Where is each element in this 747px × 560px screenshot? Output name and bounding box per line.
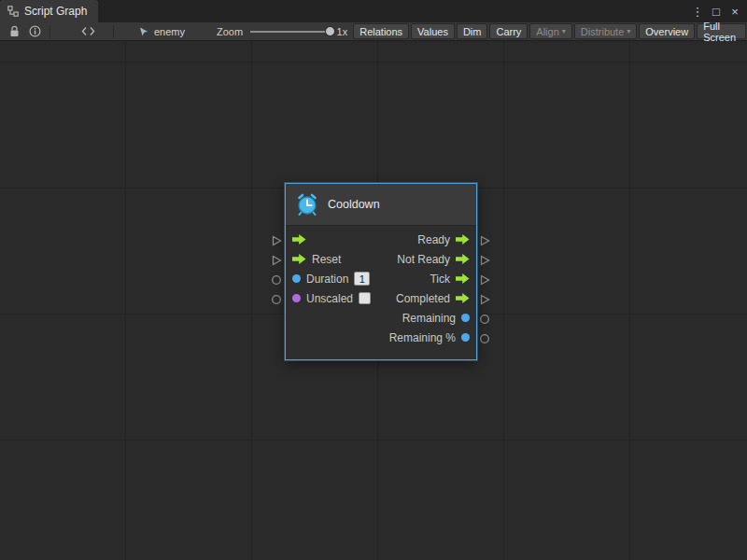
overview-button[interactable]: Overview — [639, 23, 695, 39]
control-output-port[interactable] — [456, 234, 470, 245]
tab-script-graph[interactable]: Script Graph — [0, 0, 98, 22]
port-label: Not Ready — [397, 253, 450, 266]
value-output-port[interactable] — [461, 314, 470, 322]
port-row: Ready — [286, 230, 476, 249]
menu-button[interactable]: ⋮ — [689, 3, 706, 20]
duration-field[interactable] — [354, 272, 370, 286]
lock-button[interactable] — [5, 23, 24, 40]
chevron-down-icon: ▾ — [562, 28, 566, 35]
breadcrumb-label: enemy — [154, 26, 185, 37]
port-label: Remaining % — [389, 331, 456, 344]
alarm-clock-icon — [295, 192, 319, 217]
value-output-stub[interactable] — [479, 314, 490, 325]
close-button[interactable]: × — [726, 3, 743, 20]
port-label: Ready — [417, 233, 450, 246]
port-label: Completed — [396, 292, 450, 305]
zoom-label: Zoom — [217, 26, 243, 37]
control-output-port[interactable] — [456, 293, 470, 303]
tab-title: Script Graph — [24, 5, 87, 18]
port-row: Remaining — [286, 308, 476, 328]
control-output-stub[interactable] — [479, 294, 490, 305]
port-label: Duration — [306, 273, 348, 286]
port-label: Remaining — [402, 312, 456, 325]
script-graph-icon — [7, 6, 19, 17]
value-input-stub[interactable] — [271, 274, 282, 286]
port-row: Reset Not Ready — [286, 249, 476, 269]
port-row: Unscaled Completed — [286, 288, 476, 308]
unscaled-checkbox[interactable] — [359, 292, 371, 304]
code-view-button[interactable] — [77, 23, 100, 40]
control-output-stub[interactable] — [479, 274, 490, 286]
control-input-stub[interactable] — [271, 235, 282, 246]
port-label: Unscaled — [306, 292, 353, 305]
control-output-port[interactable] — [456, 254, 470, 264]
fullscreen-button[interactable]: Full Screen — [697, 23, 746, 39]
window-controls: ⋮ □ × — [689, 0, 747, 22]
zoom-slider[interactable] — [250, 24, 332, 39]
toolbar-separator — [49, 25, 50, 38]
port-row: Remaining % — [286, 328, 476, 347]
code-icon — [81, 26, 95, 36]
maximize-button[interactable]: □ — [708, 3, 725, 20]
control-output-stub[interactable] — [479, 235, 490, 246]
control-output-port[interactable] — [456, 273, 470, 284]
toolbar-separator — [113, 25, 114, 38]
info-button[interactable] — [24, 23, 46, 40]
node-body: Ready Reset Not Ready — [286, 226, 476, 359]
control-input-port[interactable] — [292, 254, 306, 264]
lock-icon — [9, 25, 20, 37]
graph-asset-icon — [138, 26, 149, 37]
value-input-port[interactable] — [292, 294, 301, 302]
value-output-stub[interactable] — [479, 333, 490, 344]
value-output-port[interactable] — [461, 333, 470, 342]
distribute-button[interactable]: Distribute▾ — [574, 23, 637, 39]
breadcrumb[interactable]: enemy — [138, 26, 185, 37]
value-input-stub[interactable] — [271, 294, 282, 305]
values-button[interactable]: Values — [411, 23, 455, 39]
zoom-value: 1x — [337, 26, 348, 37]
relations-button[interactable]: Relations — [353, 23, 409, 39]
zoom-slider-handle[interactable] — [325, 26, 335, 36]
window-titlebar: Script Graph ⋮ □ × — [0, 0, 747, 22]
chevron-down-icon: ▾ — [627, 28, 630, 35]
toolbar-button-group: Relations Values Dim Carry Align▾ Distri… — [351, 23, 747, 39]
node-header[interactable]: Cooldown — [286, 184, 476, 226]
control-output-stub[interactable] — [479, 255, 490, 266]
dim-button[interactable]: Dim — [457, 23, 488, 39]
port-label: Reset — [312, 253, 341, 266]
graph-canvas[interactable]: Cooldown Ready — [0, 41, 747, 560]
node-cooldown[interactable]: Cooldown Ready — [285, 183, 477, 360]
value-input-port[interactable] — [292, 274, 301, 283]
graph-toolbar: enemy Zoom 1x Relations Values Dim Carry… — [0, 22, 747, 41]
port-row: Duration Tick — [286, 269, 476, 288]
node-title: Cooldown — [328, 198, 380, 211]
zoom-slider-track — [250, 31, 332, 33]
info-icon — [29, 25, 41, 37]
control-input-stub[interactable] — [271, 255, 282, 266]
port-label: Tick — [430, 273, 450, 286]
control-input-port[interactable] — [292, 234, 306, 245]
carry-button[interactable]: Carry — [489, 23, 528, 39]
align-button[interactable]: Align▾ — [529, 23, 571, 39]
